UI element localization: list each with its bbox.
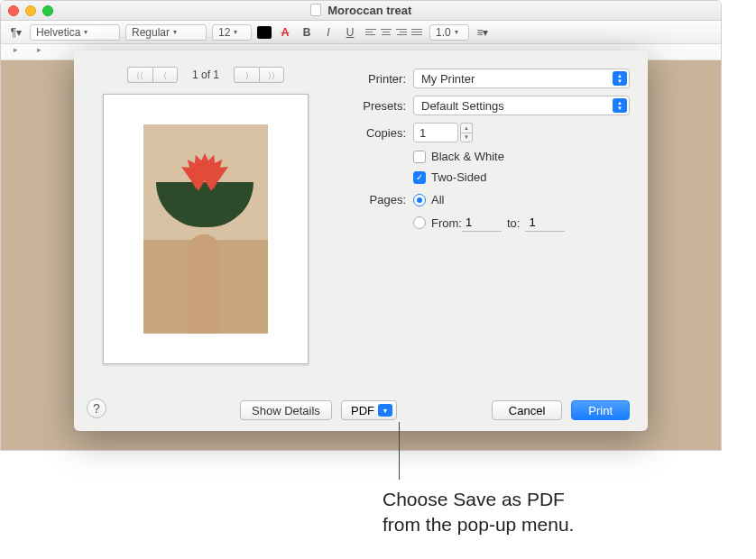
chevron-down-icon: ▼ (378, 404, 392, 417)
black-white-checkbox[interactable] (413, 151, 426, 163)
help-button[interactable]: ? (87, 399, 106, 418)
copies-label: Copies: (341, 126, 406, 140)
to-field[interactable] (525, 214, 565, 232)
preview-image (143, 124, 268, 334)
line-spacing-select[interactable]: 1.0▾ (429, 24, 469, 41)
page-indicator: 1 of 1 (192, 69, 219, 81)
callout-leader-line (399, 422, 400, 480)
last-page-button[interactable]: ⟩⟩ (259, 67, 284, 83)
bold-button[interactable]: B (299, 24, 315, 41)
window-title: Moroccan treat (1, 4, 721, 17)
preview-page-nav: ⟨⟨ ⟨ 1 of 1 ⟩ ⟩⟩ (127, 67, 284, 83)
chevron-updown-icon: ▲▼ (613, 71, 627, 86)
presets-label: Presets: (341, 99, 406, 113)
copies-field[interactable]: 1 (413, 123, 458, 142)
font-size-select[interactable]: 12▾ (212, 24, 252, 41)
print-dialog: ⟨⟨ ⟨ 1 of 1 ⟩ ⟩⟩ (74, 50, 648, 431)
to-label: to: (507, 216, 520, 230)
pdf-popup-button[interactable]: PDF ▼ (341, 400, 397, 420)
italic-button[interactable]: I (320, 24, 337, 41)
print-preview (103, 94, 309, 364)
strikethrough-button[interactable]: A (277, 24, 293, 41)
chevron-updown-icon: ▲▼ (613, 98, 627, 113)
two-sided-label: Two-Sided (431, 170, 486, 184)
document-icon (310, 4, 321, 16)
show-details-button[interactable]: Show Details (240, 400, 332, 420)
first-page-button[interactable]: ⟨⟨ (127, 67, 152, 83)
titlebar: Moroccan treat (1, 1, 721, 21)
pages-all-radio[interactable] (413, 194, 426, 206)
text-color-button[interactable] (257, 26, 272, 39)
pages-all-label: All (431, 193, 444, 206)
prev-page-button[interactable]: ⟨ (152, 67, 178, 83)
font-family-select[interactable]: Helvetica▾ (30, 24, 120, 41)
format-toolbar: ¶▾ Helvetica▾ Regular▾ 12▾ A B I U 1.0▾ … (1, 21, 721, 44)
cancel-button[interactable]: Cancel (492, 400, 562, 420)
underline-button[interactable]: U (342, 24, 358, 41)
callout-text: Choose Save as PDF from the pop-up menu. (383, 487, 574, 538)
from-label: From: (431, 216, 462, 230)
two-sided-checkbox[interactable]: ✓ (413, 171, 426, 184)
alignment-group[interactable] (364, 25, 424, 40)
font-style-select[interactable]: Regular▾ (125, 24, 207, 41)
presets-select[interactable]: Default Settings ▲▼ (413, 96, 630, 115)
pages-label: Pages: (341, 193, 406, 206)
print-button[interactable]: Print (571, 400, 630, 420)
black-white-label: Black & White (431, 150, 504, 163)
copies-stepper[interactable]: ▲▼ (460, 123, 473, 142)
printer-select[interactable]: My Printer ▲▼ (413, 69, 630, 88)
paragraph-style-button[interactable]: ¶▾ (8, 24, 24, 41)
list-style-button[interactable]: ≡▾ (475, 24, 491, 41)
pages-range-radio[interactable] (413, 216, 426, 229)
printer-label: Printer: (341, 72, 406, 86)
next-page-button[interactable]: ⟩ (234, 67, 259, 83)
from-field[interactable] (462, 214, 502, 232)
